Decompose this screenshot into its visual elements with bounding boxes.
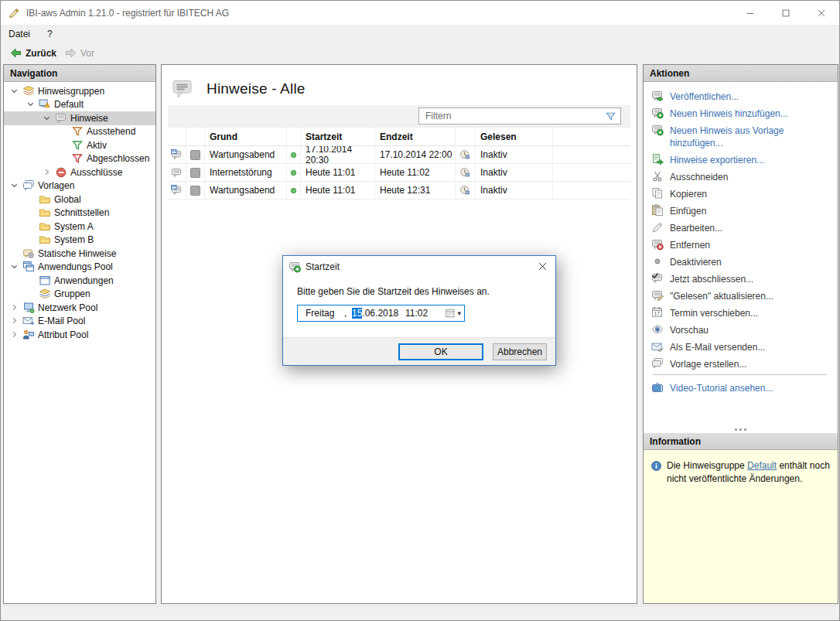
action-vorlage-erstellen[interactable]: Vorlage erstellen... <box>651 357 828 370</box>
close-window-button[interactable] <box>804 1 839 25</box>
chevron-down-icon[interactable] <box>9 85 22 97</box>
action-gelesen-aktualisieren[interactable]: "Gelesen" aktualisieren... <box>651 289 828 302</box>
action-vorschau[interactable]: Vorschau <box>651 323 828 336</box>
picker-selected-segment[interactable]: 15 <box>352 308 362 319</box>
column-header-grund[interactable]: Grund <box>205 128 287 145</box>
tree-item-statische-hinweise[interactable]: Statische Hinweise <box>4 247 155 261</box>
grund-cell: Wartungsabend <box>205 182 287 199</box>
netzwerk-icon <box>22 302 35 314</box>
table-row[interactable]: WartungsabendHeute 11:01Heute 12:31Inakt… <box>168 182 630 200</box>
action-jetzt-abschliessen[interactable]: Jetzt abschliessen... <box>651 272 828 285</box>
action-neuen-hinweis-hinzuf-gen[interactable]: Neuen Hinweis hinzufügen... <box>651 107 828 120</box>
tree-item-label: Anwendungs Pool <box>38 261 116 272</box>
navigation-tree: HinweisgruppenDefaultHinweiseAusstehendA… <box>4 82 155 342</box>
action-termin-verschieben[interactable]: 17Termin verschieben... <box>651 306 828 319</box>
cancel-button[interactable]: Abbrechen <box>493 343 547 360</box>
column-header-endzeit[interactable]: Endzeit <box>375 128 456 145</box>
action-label: Neuen Hinweis aus Vorlage hinzufügen... <box>670 124 828 149</box>
action-als-e-mail-versenden[interactable]: Als E-Mail versenden... <box>651 340 828 353</box>
color-swatch <box>186 182 205 199</box>
dialog-message: Bitte geben Sie die Startzeit des Hinwei… <box>283 277 555 297</box>
picker-date-rest-segment[interactable]: .06.2018 <box>362 308 398 319</box>
action-bearbeiten[interactable]: Bearbeiten... <box>651 221 828 234</box>
datetime-picker[interactable]: Freitag , 15 .06.2018 11:02 ▾ <box>297 305 465 322</box>
maximize-button[interactable] <box>768 1 804 25</box>
picker-day-segment[interactable]: Freitag <box>306 308 344 319</box>
create-template-icon <box>651 357 664 370</box>
navigation-panel: Navigation HinweisgruppenDefaultHinweise… <box>3 64 156 604</box>
chevron-down-icon[interactable] <box>9 261 22 273</box>
window-controls <box>732 1 839 25</box>
tree-item-hinweisgruppen[interactable]: Hinweisgruppen <box>4 84 155 98</box>
action-video-tutorial-ansehen[interactable]: Video-Tutorial ansehen... <box>651 381 828 394</box>
dialog-title-bar[interactable]: Startzeit <box>283 256 555 277</box>
action-einf-gen[interactable]: Einfügen <box>651 204 828 217</box>
close-icon[interactable] <box>529 256 555 277</box>
filter-funnel-icon[interactable] <box>605 111 616 122</box>
ok-button[interactable]: OK <box>398 343 483 360</box>
action-deaktivieren[interactable]: Deaktivieren <box>651 255 828 268</box>
action-ver-ffentlichen[interactable]: Veröffentlichen... <box>651 90 828 103</box>
tree-item-netzwerk-pool[interactable]: Netzwerk Pool <box>4 301 155 315</box>
default-group-link[interactable]: Default <box>747 460 777 471</box>
action-label: Als E-Mail versenden... <box>670 340 765 353</box>
tree-item-gruppen[interactable]: Gruppen <box>4 288 155 302</box>
dialog-title: Startzeit <box>306 261 529 272</box>
menu-datei[interactable]: Datei <box>1 26 38 42</box>
table-body: Wartungsabend17.10.2014 20:3017.10.2014 … <box>168 146 630 200</box>
tree-item-e-mail-pool[interactable]: E-Mail Pool <box>4 315 155 329</box>
action-label: Jetzt abschliessen... <box>670 272 753 285</box>
tree-item-schnittstellen[interactable]: Schnittstellen <box>4 206 155 220</box>
chevron-down-icon[interactable] <box>25 98 39 111</box>
calendar-dropdown-button[interactable]: ▾ <box>445 308 464 319</box>
action-hinweise-exportieren[interactable]: Hinweise exportieren... <box>651 153 828 166</box>
action-ausschneiden[interactable]: Ausschneiden <box>651 170 828 183</box>
tree-item-system-b[interactable]: System B <box>4 234 155 247</box>
chevron-right-icon[interactable] <box>41 166 55 179</box>
chevron-right-icon[interactable] <box>9 329 22 341</box>
tree-item-global[interactable]: Global <box>4 193 155 206</box>
app-logo-icon <box>8 7 20 19</box>
tree-item-vorlagen[interactable]: Vorlagen <box>4 179 155 193</box>
tree-item-attribut-pool[interactable]: Attribut Pool <box>4 328 155 342</box>
minimize-button[interactable] <box>732 1 768 25</box>
tree-item-aktiv[interactable]: Aktiv <box>4 138 155 152</box>
picker-time-segment[interactable]: 11:02 <box>405 308 428 319</box>
column-header-icon <box>287 128 301 145</box>
table-row[interactable]: InternetstörungHeute 11:01Heute 11:02Ina… <box>168 164 630 182</box>
action-entfernen[interactable]: Entfernen <box>651 238 828 251</box>
panel-splitter[interactable] <box>644 425 838 433</box>
tree-item-anwendungen[interactable]: Anwendungen <box>4 274 155 288</box>
back-arrow-icon <box>9 47 22 59</box>
cut-icon <box>651 170 664 183</box>
chevron-down-icon[interactable] <box>41 112 55 125</box>
chevron-right-icon[interactable] <box>9 302 22 314</box>
forward-button[interactable]: Vor <box>60 46 98 60</box>
action-neuen-hinweis-aus-vorlage-hinzuf-gen[interactable]: Neuen Hinweis aus Vorlage hinzufügen... <box>651 124 828 149</box>
tree-item-ausschl-sse[interactable]: Ausschlüsse <box>4 165 155 179</box>
column-header-startzeit[interactable]: Startzeit <box>301 128 375 145</box>
table-row[interactable]: Wartungsabend17.10.2014 20:3017.10.2014 … <box>168 146 630 164</box>
chevron-down-icon[interactable] <box>9 179 22 192</box>
tree-item-label: Hinweise <box>70 113 111 124</box>
send-email-icon <box>651 340 664 353</box>
back-button[interactable]: Zurück <box>5 46 60 60</box>
tree-item-hinweise[interactable]: Hinweise <box>4 111 155 125</box>
tree-item-label: System A <box>54 221 97 232</box>
action-kopieren[interactable]: Kopieren <box>651 187 828 200</box>
vorlagen-icon <box>22 179 35 192</box>
tree-item-ausstehend[interactable]: Ausstehend <box>4 125 155 139</box>
startzeit-cell: Heute 11:01 <box>301 182 375 199</box>
filter-input[interactable] <box>419 111 605 121</box>
menu-help[interactable]: ? <box>38 26 62 42</box>
actions-list: Veröffentlichen...Neuen Hinweis hinzufüg… <box>644 82 838 425</box>
chevron-right-icon[interactable] <box>9 315 22 327</box>
update-read-icon <box>651 289 664 302</box>
tree-item-abgeschlossen[interactable]: Abgeschlossen <box>4 152 155 166</box>
tree-item-anwendungs-pool[interactable]: Anwendungs Pool <box>4 261 155 275</box>
tree-item-default[interactable]: Default <box>4 98 155 112</box>
hinweise-bubble-icon <box>171 78 194 100</box>
grund-cell: Wartungsabend <box>205 146 287 163</box>
column-header-gelesen[interactable]: Gelesen <box>476 128 553 145</box>
tree-item-system-a[interactable]: System A <box>4 220 155 234</box>
